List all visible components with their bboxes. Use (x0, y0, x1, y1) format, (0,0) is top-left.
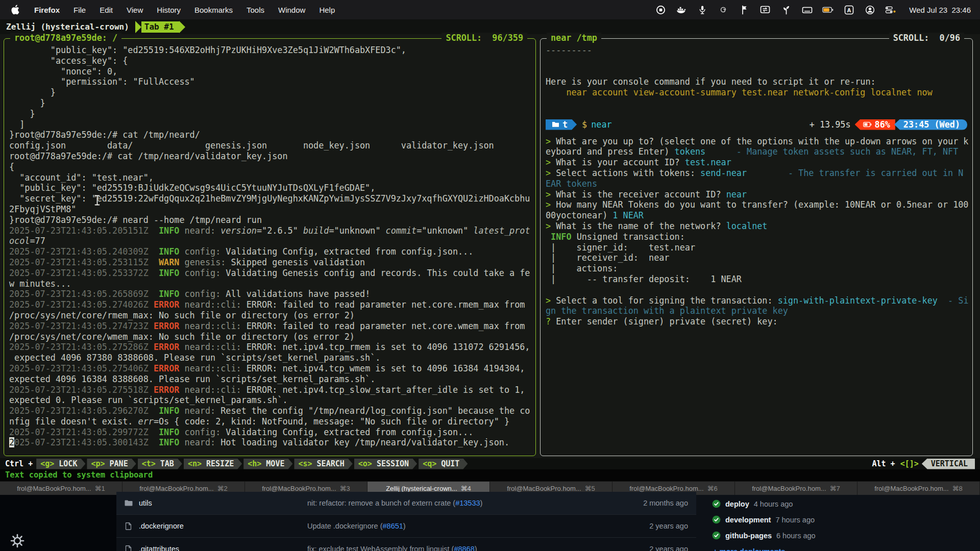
github-file-table: utilsnit: refactor: remove a bunch of ex… (116, 492, 696, 551)
input-source-icon[interactable]: A (843, 4, 854, 15)
keyboard-icon[interactable] (801, 4, 813, 15)
terminal-line: { (9, 162, 535, 172)
tab-shortcut: ⌘5 (585, 485, 595, 492)
record-icon[interactable] (655, 4, 666, 15)
statusbar-hint-lock[interactable]: <g> LOCK (36, 459, 85, 469)
terminal-line: | actions: (546, 263, 972, 274)
terminal-line (546, 285, 972, 295)
hint-label: PANE (105, 459, 128, 468)
folder-icon (125, 499, 133, 507)
time-chip: 23:45 (Wed) (894, 119, 967, 130)
terminal-output-right-top[interactable]: --------- Here is your console command i… (541, 39, 972, 109)
statusbar-hint-move[interactable]: <h> MOVE (243, 459, 292, 469)
tab-label: frol@MacBookPro.hom... (262, 485, 336, 492)
menu-history[interactable]: History (157, 6, 181, 14)
more-deployments-link[interactable]: + more deployments (712, 543, 926, 551)
folder-icon (552, 121, 559, 128)
terminal-line: } (9, 109, 535, 119)
display-mirror-icon[interactable] (760, 4, 771, 15)
pane-left-title: root@d778a97e59de: / (10, 33, 121, 43)
battery-chip: 86% (855, 119, 895, 130)
terminal-window: Zellij (hysterical-crown) Tab #1 root@d7… (0, 19, 980, 495)
terminal-output-left[interactable]: "public_key": "ed25519:546XB2oHhj7PzUKHi… (4, 39, 535, 448)
microphone-icon[interactable] (697, 4, 708, 15)
terminal-tab-1[interactable]: frol@MacBookPro.hom...⌘1 (0, 482, 122, 495)
terminal-line: > What is the name of the network? local… (546, 221, 972, 232)
pane-right-title: near /tmp (547, 33, 601, 43)
tab-shortcut: ⌘1 (95, 485, 105, 492)
menu-edit[interactable]: Edit (100, 6, 113, 14)
terminal-line: > Select a tool for signing the transact… (546, 295, 972, 306)
check-circle-icon (712, 531, 721, 540)
deployment-age: 7 hours ago (775, 516, 815, 524)
pane-right-scroll-indicator: SCROLL: 0/96 (889, 33, 964, 43)
terminal-line (546, 56, 972, 66)
zellij-tab-1[interactable]: Tab #1 (141, 21, 179, 33)
tab-label: frol@MacBookPro.hom... (17, 485, 91, 492)
switches-icon[interactable] (885, 4, 896, 15)
user-icon[interactable] (864, 4, 875, 15)
battery-icon (863, 122, 872, 127)
prompt-directory: t (562, 119, 568, 130)
menu-bookmarks[interactable]: Bookmarks (194, 6, 233, 14)
tab-shortcut: ⌘2 (217, 485, 228, 492)
commit-age: 2 years ago (622, 522, 688, 530)
more-deployments-text[interactable]: + more deployments (712, 547, 785, 551)
github-file-row: .gitattributesfix: exclude test WebAssem… (116, 538, 696, 551)
menu-window[interactable]: Window (278, 6, 305, 14)
pane-left[interactable]: root@d778a97e59de: / SCROLL: 96/359 "pub… (4, 38, 536, 456)
plant-icon[interactable] (780, 4, 792, 15)
deployment-name[interactable]: deploy (725, 500, 749, 508)
pr-link[interactable]: #8868 (454, 545, 474, 551)
apple-icon[interactable] (9, 4, 20, 15)
menu-bar: Firefox FileEditViewHistoryBookmarksTool… (0, 0, 980, 19)
menu-bar-clock[interactable]: Wed Jul 23 23:46 (909, 6, 971, 14)
tab-label: frol@MacBookPro.hom... (629, 485, 703, 492)
deployment-name[interactable]: development (725, 516, 771, 524)
statusbar-vertical-hint[interactable]: VERTICAL (922, 459, 975, 469)
terminal-line: eyboard and press Enter) tokens - Manage… (546, 146, 972, 157)
docker-icon[interactable] (676, 4, 687, 15)
pane-right[interactable]: near /tmp SCROLL: 0/96 --------- Here is… (540, 38, 973, 456)
terminal-tab-7[interactable]: frol@MacBookPro.hom...⌘7 (735, 482, 857, 495)
terminal-line: 2025-07-23T21:43:05.205151Z INFO neard: … (9, 226, 535, 236)
file-icon (125, 522, 139, 530)
pr-link[interactable]: #8651 (383, 522, 403, 530)
menu-tools[interactable]: Tools (247, 6, 264, 14)
tab-shortcut: ⌘7 (830, 485, 840, 492)
flag-icon[interactable] (739, 4, 750, 15)
gear-icon[interactable] (10, 534, 24, 548)
statusbar-hint-session[interactable]: <o> SESSION (354, 459, 417, 469)
terminal-output-right-bottom[interactable]: > What are you up to? (select one of the… (541, 130, 972, 327)
file-name-link[interactable]: .dockerignore (139, 522, 307, 530)
zellij-tab-bar: Zellij (hysterical-crown) Tab #1 (0, 19, 980, 34)
battery-icon[interactable] (822, 4, 834, 15)
terminal-tab-8[interactable]: frol@MacBookPro.hom...⌘8 (857, 482, 980, 495)
hint-key: <o> (358, 459, 372, 468)
menu-view[interactable]: View (127, 6, 143, 14)
file-name-link[interactable]: .gitattributes (139, 545, 307, 551)
commit-message: Update .dockerignore (#8651) (307, 522, 622, 530)
menu-file[interactable]: File (74, 6, 86, 14)
terminal-line: 2025-07-23T21:43:05.275406Z ERROR neard:… (9, 363, 535, 374)
tab-shortcut: ⌘8 (952, 485, 963, 492)
terminal-line: > Select actions with tokens: send-near … (546, 168, 972, 179)
terminal-line (546, 98, 972, 109)
statusbar-hint-search[interactable]: <s> SEARCH (294, 459, 352, 469)
svg-text:A: A (847, 7, 851, 13)
terminal-line: /proc/sys/net/core/wmem_max: No such fil… (9, 332, 535, 342)
statusbar-hint-tab[interactable]: <t> TAB (138, 459, 182, 469)
statusbar-hint-quit[interactable]: <q> QUIT (419, 459, 468, 469)
statusbar-ctrl-prefix: Ctrl + (5, 459, 33, 468)
menu-help[interactable]: Help (319, 6, 335, 14)
pr-link[interactable]: #13533 (455, 499, 480, 507)
terminal-line: 00yoctonear) 1 NEAR (546, 210, 972, 221)
deployment-name[interactable]: github-pages (725, 532, 772, 540)
statusbar-hint-resize[interactable]: <n> RESIZE (184, 459, 242, 469)
menu-app-name[interactable]: Firefox (34, 6, 60, 14)
statusbar-alt-key: <[]> (900, 459, 919, 468)
file-name-link[interactable]: utils (139, 499, 307, 507)
statusbar-hint-pane[interactable]: <p> PANE (87, 459, 136, 469)
screen: Firefox FileEditViewHistoryBookmarksTool… (0, 0, 980, 551)
spiral-icon[interactable] (718, 4, 729, 15)
